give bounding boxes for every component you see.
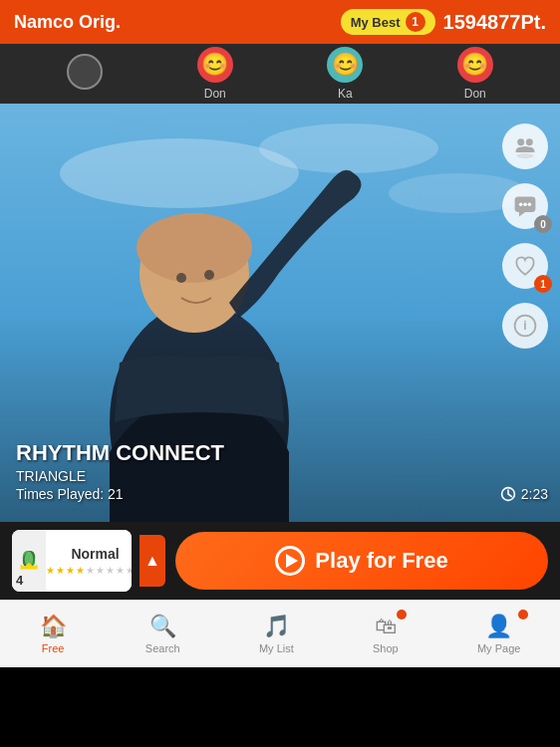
difficulty-icon-area: 4 [12, 530, 46, 592]
info-button[interactable]: i [502, 303, 548, 349]
song-duration: 2:23 [500, 486, 548, 502]
svg-point-13 [519, 203, 522, 206]
score-area: My Best 1 1594877Pt. [341, 9, 546, 35]
person-icon: 👤 [485, 614, 512, 639]
star-3: ★ [66, 565, 75, 576]
duration-value: 2:23 [521, 486, 548, 502]
svg-point-14 [523, 203, 526, 206]
chat-badge: 0 [534, 215, 552, 233]
music-note-icon: 🎵 [263, 614, 290, 639]
search-icon: 🔍 [149, 614, 176, 639]
difficulty-card: 4 Normal ★ ★ ★ ★ ★ ★ ★ ★ ★ ★ [12, 530, 132, 592]
difficulty-name: Normal [71, 546, 119, 562]
star-9: ★ [126, 565, 132, 576]
shop-notification-badge [397, 610, 407, 620]
star-2: ★ [56, 565, 65, 576]
play-triangle-icon [286, 554, 298, 568]
home-icon: 🏠 [40, 614, 67, 639]
svg-point-7 [176, 273, 186, 283]
svg-point-6 [137, 213, 252, 283]
clock-icon [500, 486, 516, 502]
trophy-button[interactable] [502, 124, 548, 169]
drum-label-don-2: Don [464, 87, 486, 101]
drum-item-don-2[interactable]: 😊 Don [457, 47, 493, 101]
heart-badge: 1 [534, 275, 552, 293]
drum-face-red-1: 😊 [197, 47, 233, 83]
nav-item-free[interactable]: 🏠 Free [24, 606, 83, 662]
song-title: RHYTHM CONNECT [16, 440, 224, 466]
difficulty-up-arrow[interactable]: ▲ [140, 535, 165, 587]
main-image-area: 0 1 i RHYTHM CONNECT TRIANGLE Times Play… [0, 104, 560, 522]
star-4: ★ [76, 565, 85, 576]
star-7: ★ [106, 565, 115, 576]
drum-face-teal: 😊 [327, 47, 363, 83]
drum-track-bar: 😊 Don 😊 Ka 😊 Don [0, 44, 560, 104]
my-best-label: My Best [351, 15, 401, 30]
song-artist: TRIANGLE [16, 468, 224, 484]
side-icons-panel: 0 1 i [502, 124, 548, 349]
difficulty-stars: ★ ★ ★ ★ ★ ★ ★ ★ ★ ★ [46, 565, 132, 576]
difficulty-number: 4 [16, 573, 23, 588]
nav-item-shop[interactable]: 🛍 Shop [357, 606, 415, 662]
score-value: 1594877Pt. [443, 11, 546, 34]
drum-empty-circle [67, 54, 103, 90]
drum-face-red-2: 😊 [457, 47, 493, 83]
star-8: ★ [116, 565, 125, 576]
svg-point-15 [528, 203, 531, 206]
star-1: ★ [46, 565, 55, 576]
svg-text:i: i [523, 319, 526, 333]
star-6: ★ [96, 565, 105, 576]
svg-point-11 [516, 153, 533, 158]
play-button-label: Play for Free [315, 548, 447, 574]
svg-point-8 [204, 270, 214, 280]
my-best-number: 1 [406, 12, 425, 32]
bottom-navigation: 🏠 Free 🔍 Search 🎵 My List 🛍 Shop 👤 My Pa… [0, 600, 560, 667]
bottom-play-panel: 4 Normal ★ ★ ★ ★ ★ ★ ★ ★ ★ ★ ▲ Play for … [0, 522, 560, 600]
drum-item-empty [67, 54, 103, 94]
svg-point-2 [259, 124, 438, 173]
difficulty-info-area: Normal ★ ★ ★ ★ ★ ★ ★ ★ ★ ★ [46, 530, 132, 592]
nav-label-my-page: My Page [477, 642, 520, 654]
shop-icon: 🛍 [375, 614, 397, 639]
nav-label-search: Search [145, 642, 180, 654]
drum-item-ka[interactable]: 😊 Ka [327, 47, 363, 101]
nav-item-my-list[interactable]: 🎵 My List [243, 606, 310, 662]
drum-label-don-1: Don [204, 87, 226, 101]
nav-item-search[interactable]: 🔍 Search [130, 606, 196, 662]
svg-point-9 [517, 138, 524, 145]
song-info-overlay: RHYTHM CONNECT TRIANGLE Times Played: 21 [16, 440, 224, 502]
heart-button[interactable]: 1 [502, 243, 548, 289]
header-bar: Namco Orig. My Best 1 1594877Pt. [0, 0, 560, 44]
drum-item-don-1[interactable]: 😊 Don [197, 47, 233, 101]
my-page-notification-badge [518, 610, 528, 620]
play-circle-icon [275, 546, 305, 576]
nav-item-my-page[interactable]: 👤 My Page [461, 606, 536, 662]
svg-point-10 [526, 138, 533, 145]
nav-label-my-list: My List [259, 642, 294, 654]
chat-button[interactable]: 0 [502, 183, 548, 229]
nav-label-shop: Shop [373, 642, 399, 654]
nav-label-free: Free [42, 642, 65, 654]
play-free-button[interactable]: Play for Free [175, 532, 548, 590]
drum-label-ka: Ka [338, 87, 353, 101]
my-best-badge: My Best 1 [341, 9, 435, 35]
app-title: Namco Orig. [14, 12, 121, 33]
star-5: ★ [86, 565, 95, 576]
song-times-played: Times Played: 21 [16, 486, 224, 502]
